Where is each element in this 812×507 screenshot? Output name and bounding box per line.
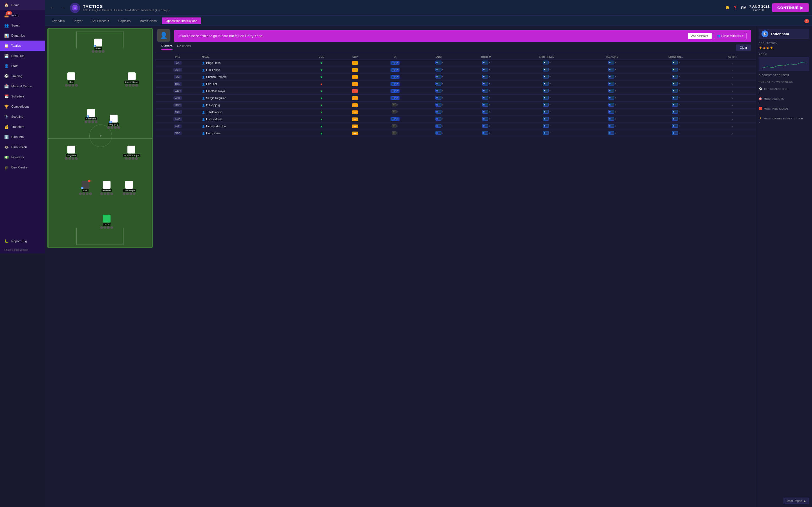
- dynamics-icon: 📊: [4, 33, 9, 38]
- cell-oi[interactable]: ▾: [372, 59, 406, 66]
- sidebar-item-reportbug[interactable]: 🐛 Report Bug: [0, 236, 45, 246]
- tab-player[interactable]: Player: [70, 17, 87, 24]
- cell-pos: WBR: [155, 88, 200, 95]
- cell-pos: DC: [155, 73, 200, 80]
- pitch-player-son[interactable]: Son: [65, 72, 78, 87]
- pitch-player-lloris[interactable]: Lloris: [100, 215, 113, 229]
- svg-rect-44: [394, 77, 395, 78]
- back-button[interactable]: ←: [49, 4, 56, 11]
- pitch-player-regulon[interactable]: Reguilón: [65, 146, 78, 160]
- cell-oi[interactable]: ▾: [372, 66, 406, 73]
- forward-button[interactable]: →: [59, 4, 67, 11]
- sidebar-item-transfers[interactable]: 💰 Transfers: [0, 122, 45, 132]
- sidebar-item-squad[interactable]: 👥 Squad: [0, 20, 45, 31]
- sidebar-item-competitions[interactable]: 🏆 Competitions: [0, 101, 45, 112]
- cell-oi[interactable]: ▾: [372, 80, 406, 88]
- svg-rect-6: [394, 63, 395, 64]
- table-row[interactable]: DCL 👤Eric Dier ● — ▾ ▾ ▾ ▾ ▾ ▾ -: [155, 80, 406, 88]
- sidebar-item-label: Staff: [11, 64, 17, 68]
- table-row[interactable]: STC 👤Harry Kane ♥ — ▾ ▾ ▾ ▾ ▾ ▾ -: [155, 130, 406, 137]
- svg-point-4: [393, 62, 394, 63]
- competitions-icon: 🏆: [4, 104, 9, 109]
- staff-icon: 👤: [4, 63, 9, 68]
- sidebar-item-devcentre[interactable]: 🎓 Dev. Centre: [0, 162, 45, 172]
- cell-oi[interactable]: ▾: [372, 88, 406, 95]
- schedule-icon: 📅: [4, 94, 9, 99]
- svg-rect-62: [394, 83, 396, 83]
- pitch-player-luizfelipe[interactable]: Luiz Felipe: [123, 181, 136, 195]
- sidebar-item-clubinfo[interactable]: ℹ️ Club Info: [0, 132, 45, 142]
- cell-oi[interactable]: ▾: [372, 109, 406, 116]
- sidebar-item-staff[interactable]: 👤 Staff: [0, 61, 45, 71]
- sidebar-item-home[interactable]: 🏠 Home: [0, 0, 45, 10]
- inbox-badge: 16: [6, 11, 12, 15]
- sidebar-item-label: Report Bug: [11, 239, 27, 243]
- sidebar-item-medical[interactable]: 🏥 Medical Centre: [0, 81, 45, 91]
- table-row[interactable]: DC 👤Cristian Romero ♥ — ▾ ▾ ▾ ▾ ▾ ▾ -: [155, 73, 406, 80]
- sidebar-item-label: Medical Centre: [11, 84, 32, 88]
- pitch-player-kane[interactable]: B Kane: [92, 39, 105, 53]
- svg-rect-25: [394, 70, 395, 71]
- training-icon: ⚽: [4, 73, 9, 78]
- topbar: ← → TACTICS 12th in English Premier Divi…: [45, 0, 406, 16]
- table-row[interactable]: DCR 👤Luiz Felipe ♥ — ▾ ▾ ▾ ▾ ▾ ▾ -: [155, 66, 406, 73]
- cell-shp: —: [338, 123, 372, 130]
- cell-oi[interactable]: ▾: [372, 95, 406, 102]
- col-shp: SHP: [338, 55, 372, 59]
- table-row[interactable]: WBR 👤Emerson Royal ♥ — ▾ ▾ ▾ ▾ ▾ ▾ -: [155, 88, 406, 95]
- tab-overview[interactable]: Overview: [48, 17, 69, 24]
- cell-oi[interactable]: ▾: [372, 73, 406, 80]
- pitch-player-ndombele[interactable]: B Ndombele: [85, 109, 98, 123]
- svg-rect-152: [394, 119, 395, 120]
- tab-opposition[interactable]: Opposition Instructions: [162, 17, 201, 24]
- svg-rect-63: [394, 84, 395, 85]
- squad-icon: 👥: [4, 23, 9, 28]
- pitch-player-dier[interactable]: B Dier: [79, 181, 92, 195]
- pitch-player-hojbjerg[interactable]: B Højbjerg: [107, 115, 120, 129]
- col-con: CON: [305, 55, 338, 59]
- sidebar-item-label: Training: [11, 74, 22, 78]
- sidebar-item-label: Club Info: [11, 135, 24, 138]
- sidebar-item-label: Schedule: [11, 95, 24, 98]
- cell-oi[interactable]: ▾: [372, 130, 406, 137]
- table-row[interactable]: WBL 👤Sergio Reguilón ♥ — ▾ ▾ ▾ ▾ ▾ ▾ -: [155, 95, 406, 102]
- sidebar-item-dynamics[interactable]: 📊 Dynamics: [0, 31, 45, 41]
- pitch-container: B Kane Son Lucas Moura B Ndombele: [45, 26, 155, 253]
- sidebar-item-inbox[interactable]: 📥 Inbox 16: [0, 10, 45, 20]
- table-row[interactable]: MCR 👤P. Højbjerg ♥ — ▾ ▾ ▾ ▾ ▾ ▾ -: [155, 102, 406, 109]
- cell-oi[interactable]: ▾: [372, 116, 406, 123]
- pitch-player-emersonroyal[interactable]: Emerson Royal: [123, 146, 140, 160]
- chevron-down-icon: ▾: [108, 19, 109, 22]
- avatar: 👤: [157, 29, 170, 42]
- table-row[interactable]: MCL 👤T. Ndombele ♥ — ▾ ▾ ▾ ▾ ▾ ▾ -: [155, 109, 406, 116]
- cell-name: 👤P. Højbjerg: [200, 102, 305, 109]
- tab-matchplans[interactable]: Match Plans: [136, 17, 161, 24]
- table-row[interactable]: GK 👤Hugo Lloris ♥ — ▾ ▾ ▾ ▾ ▾ ▾ -: [155, 59, 406, 66]
- cell-name: 👤Heung-Min Son: [200, 123, 305, 130]
- cell-shp: —: [338, 116, 372, 123]
- pitch-player-lucasmoura[interactable]: Lucas Moura: [124, 72, 139, 87]
- table-row[interactable]: AML 👤Heung-Min Son ♥ — ▾ ▾ ▾ ▾ ▾ ▾ -: [155, 123, 406, 130]
- list-tab-positions[interactable]: Positions: [177, 44, 191, 50]
- cell-oi[interactable]: ▾: [372, 123, 406, 130]
- cell-pos: WBL: [155, 95, 200, 102]
- sidebar-item-schedule[interactable]: 📅 Schedule: [0, 91, 45, 101]
- cell-pos: MCL: [155, 109, 200, 116]
- cell-oi[interactable]: ▾: [372, 102, 406, 109]
- sidebar-item-scouting[interactable]: 🔭 Scouting: [0, 112, 45, 122]
- tactics-icon: 📋: [4, 43, 9, 48]
- sidebar-item-finances[interactable]: 💵 Finances: [0, 152, 45, 162]
- cell-name: 👤Cristian Romero: [200, 73, 305, 80]
- pitch-player-romero[interactable]: Romero: [100, 181, 113, 195]
- tab-captains[interactable]: Captains: [114, 17, 135, 24]
- tab-setpieces[interactable]: Set Pieces ▾: [88, 17, 113, 24]
- tactics-title-block: TACTICS 12th in English Premier Division…: [83, 4, 169, 12]
- sidebar-item-clubvision[interactable]: 👁️ Club Vision: [0, 142, 45, 152]
- table-row[interactable]: AMR 👤Lucas Moura ♥ — ▾ ▾ ▾ ▾ ▾ ▾ -: [155, 116, 406, 123]
- list-tab-players[interactable]: Players: [161, 44, 172, 50]
- sidebar-item-training[interactable]: ⚽ Training: [0, 71, 45, 81]
- sidebar-item-tactics[interactable]: 📋 Tactics: [0, 41, 45, 51]
- cell-con: ♥: [305, 130, 338, 137]
- sidebar-item-label: Transfers: [11, 125, 24, 128]
- sidebar-item-datahub[interactable]: 💾 Data Hub: [0, 51, 45, 61]
